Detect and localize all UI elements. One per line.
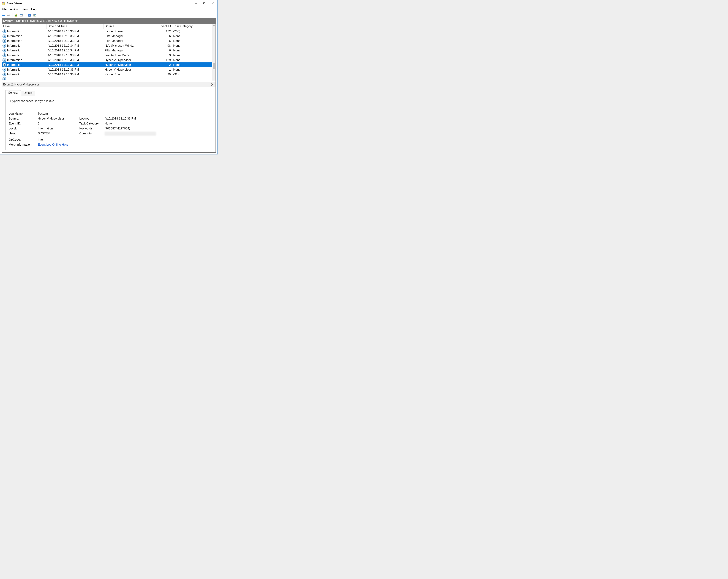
table-row[interactable]: iInformation4/10/2018 12:10:35 PMFilterM…: [2, 38, 212, 43]
col-source[interactable]: Source: [104, 24, 156, 29]
cell-datetime: 4/10/2018 12:10:35 PM: [47, 39, 104, 43]
panel-header: System Number of events: 3,179 (!) New e…: [2, 18, 215, 24]
col-event-id[interactable]: Event ID: [156, 24, 172, 29]
titlebar[interactable]: Event Viewer: [0, 0, 217, 6]
table-row[interactable]: iInformation4/10/2018 12:10:33 PMIsolate…: [2, 53, 212, 58]
maximize-button[interactable]: [200, 1, 209, 6]
properties-button[interactable]: [19, 13, 23, 18]
prop-user-value: SYSTEM: [38, 132, 79, 137]
col-level[interactable]: Level: [2, 24, 47, 29]
prop-keywords-label: Keywords:: [79, 127, 104, 130]
menu-file[interactable]: File: [2, 8, 6, 11]
cell-level: Information: [7, 44, 22, 48]
information-icon: i: [2, 68, 6, 72]
cell-level: Information: [7, 34, 22, 38]
svg-rect-1: [2, 2, 3, 3]
information-icon: i: [2, 44, 6, 48]
panel-status: Number of events: 3,179 (!) New events a…: [16, 19, 78, 23]
table-row[interactable]: iInformation4/10/2018 12:10:33 PMKernel-…: [2, 72, 212, 77]
svg-rect-2: [3, 2, 4, 3]
col-datetime[interactable]: Date and Time: [47, 24, 104, 29]
scroll-thumb[interactable]: [213, 63, 215, 69]
table-row[interactable]: iInformation4/10/2018 12:10:34 PMFilterM…: [2, 48, 212, 53]
app-window: Event Viewer File Action View Help: [0, 0, 218, 155]
minimize-button[interactable]: [191, 1, 200, 6]
panel-log-name: System: [3, 19, 13, 23]
cell-event-id: 6: [156, 49, 172, 52]
cell-source: FilterManager: [104, 34, 156, 38]
back-button[interactable]: [1, 13, 5, 18]
cell-event-id: 129: [156, 58, 172, 62]
event-message: Hypervisor scheduler type is 0x2.: [9, 98, 209, 108]
prop-moreinfo-label: More Information:: [9, 143, 37, 146]
cell-event-id: 3: [156, 54, 172, 57]
svg-rect-15: [33, 14, 36, 15]
cell-source: Kernel-Power: [104, 30, 156, 33]
menu-view[interactable]: View: [22, 8, 27, 11]
svg-text:?: ?: [29, 14, 30, 17]
information-icon: i: [2, 53, 6, 57]
cell-level: Information: [7, 49, 22, 52]
cell-level: Information: [7, 30, 22, 33]
prop-moreinfo-value: Event Log Online Help: [38, 143, 158, 146]
grid-header[interactable]: Level Date and Time Source Event ID Task…: [2, 24, 212, 29]
cell-task-category: (203): [172, 30, 211, 33]
grid-body[interactable]: iInformation4/10/2018 12:10:36 PMKernel-…: [2, 29, 212, 81]
cell-source: IsolatedUserMode: [104, 54, 156, 57]
prop-level-label: Level:: [9, 127, 37, 130]
cell-event-id: 98: [156, 44, 172, 48]
detail-close-button[interactable]: ✕: [211, 82, 214, 87]
detail-header[interactable]: Event 2, Hyper-V-Hypervisor ✕: [2, 82, 215, 87]
svg-rect-6: [204, 3, 205, 4]
scroll-up-icon[interactable]: [212, 24, 215, 27]
up-button[interactable]: [14, 13, 18, 18]
cell-task-category: None: [172, 68, 211, 72]
svg-rect-3: [2, 4, 3, 4]
cell-event-id: 172: [156, 30, 172, 33]
event-log-online-help-link[interactable]: Event Log Online Help: [38, 143, 68, 146]
prop-taskcat-label: Task Category:: [79, 122, 104, 126]
cell-source: Hyper-V-Hypervisor: [104, 68, 156, 72]
cell-task-category: None: [172, 34, 211, 38]
cell-level: Information: [7, 58, 22, 62]
table-row[interactable]: i: [2, 77, 212, 80]
table-row[interactable]: iInformation4/10/2018 12:10:36 PMKernel-…: [2, 29, 212, 34]
event-properties: Log Name: System Source: Hyper-V-Hypervi…: [9, 112, 209, 146]
cell-datetime: 4/10/2018 12:10:34 PM: [47, 49, 104, 52]
table-row[interactable]: iInformation4/10/2018 12:10:33 PMHyper-V…: [2, 58, 212, 62]
tab-general[interactable]: General: [5, 90, 21, 95]
prop-opcode-value: Info: [38, 138, 158, 141]
help-button[interactable]: ?: [27, 13, 32, 18]
information-icon: i: [2, 39, 6, 43]
cell-level: Information: [7, 63, 22, 67]
menu-help[interactable]: Help: [31, 8, 37, 11]
cell-source: Hyper-V-Hypervisor: [104, 63, 156, 67]
table-row[interactable]: iInformation4/10/2018 12:10:34 PMNtfs (M…: [2, 43, 212, 48]
cell-task-category: (32): [172, 73, 211, 76]
prop-user-label: User:: [9, 132, 37, 137]
col-task-category[interactable]: Task Category: [172, 24, 211, 29]
close-button[interactable]: [209, 1, 217, 6]
cell-level: Information: [7, 68, 22, 72]
forward-button[interactable]: [6, 13, 11, 18]
prop-logname-value: System: [38, 112, 158, 115]
menu-action[interactable]: Action: [10, 8, 18, 11]
menubar: File Action View Help: [0, 6, 217, 12]
cell-task-category: None: [172, 49, 211, 52]
refresh-button[interactable]: [33, 13, 37, 18]
grid-scrollbar[interactable]: [212, 24, 215, 81]
cell-datetime: 4/10/2018 12:10:35 PM: [47, 34, 104, 38]
cell-datetime: 4/10/2018 12:10:34 PM: [47, 44, 104, 48]
cell-event-id: 25: [156, 73, 172, 76]
information-icon: i: [2, 34, 6, 38]
cell-task-category: None: [172, 58, 211, 62]
cell-source: Ntfs (Microsoft-Wind...: [104, 44, 156, 48]
cell-event-id: 6: [156, 34, 172, 38]
table-row[interactable]: iInformation4/10/2018 12:10:35 PMFilterM…: [2, 34, 212, 38]
detail-title: Event 2, Hyper-V-Hypervisor: [3, 83, 39, 86]
table-row[interactable]: iInformation4/10/2018 12:10:33 PMHyper-V…: [2, 62, 212, 67]
cell-event-id: 6: [156, 39, 172, 43]
table-row[interactable]: iInformation4/10/2018 12:10:33 PMHyper-V…: [2, 67, 212, 72]
tab-details[interactable]: Details: [21, 91, 35, 95]
scroll-down-icon[interactable]: [212, 78, 215, 81]
